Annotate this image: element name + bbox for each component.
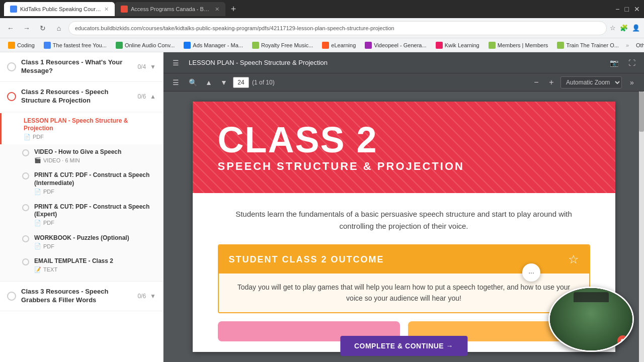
bookmark-royalty[interactable]: Royalty Free Music...	[248, 41, 317, 50]
minimize-btn[interactable]: −	[615, 5, 619, 13]
refresh-button[interactable]: ↻	[36, 22, 49, 35]
bookmark-fastest[interactable]: The fastest free You...	[40, 41, 111, 50]
active-tab[interactable]: KidTalks Public Speaking Course ✕	[4, 2, 115, 16]
video-item[interactable]: VIDEO - How to Give a Speech 🎬 VIDEO · 6…	[0, 144, 163, 168]
outcome-title: STUDENT CLASS 2 OUTCOME	[229, 254, 384, 265]
pdf-toggle-sidebar-btn[interactable]: ☰	[169, 75, 183, 89]
bookmark-ads[interactable]: Ads Manager - Ma...	[180, 41, 247, 50]
back-button[interactable]: ←	[4, 22, 17, 35]
hat-element	[574, 292, 609, 302]
maximize-btn[interactable]: □	[625, 5, 629, 13]
class2-section: Class 2 Resources - Speech Structure & P…	[0, 82, 163, 282]
bookmark-kwik[interactable]: Kwik Learning	[432, 41, 484, 50]
sidebar: Class 1 Resources - What's Your Message?…	[0, 52, 164, 362]
class1-section: Class 1 Resources - What's Your Message?…	[0, 52, 163, 82]
pdf-zoom-select[interactable]: Automatic Zoom	[560, 76, 622, 88]
outcome-text: Today you will get to play games that wi…	[229, 282, 579, 304]
bookmark-fastest-label: The fastest free You...	[53, 42, 107, 48]
home-button[interactable]: ⌂	[52, 22, 65, 35]
pdf-title: LESSON PLAN - Speech Structure & Project…	[189, 59, 603, 66]
tab2-close-btn[interactable]: ✕	[215, 6, 219, 13]
lesson-plan-item[interactable]: LESSON PLAN - Speech Structure & Project…	[0, 113, 163, 144]
main-layout: Class 1 Resources - What's Your Message?…	[0, 52, 644, 362]
class3-header[interactable]: Class 3 Resources - Speech Grabbers & Fi…	[0, 282, 163, 311]
active-tab-title: KidTalks Public Speaking Course	[20, 6, 101, 12]
pdf-next-page-btn[interactable]: ▼	[218, 76, 230, 88]
print-int-type: PDF	[43, 189, 54, 195]
pdf-page-input[interactable]: 24	[233, 77, 249, 88]
class3-section: Class 3 Resources - Speech Grabbers & Fi…	[0, 282, 163, 311]
pdf-page-total: (1 of 10)	[252, 79, 275, 86]
pdf-toolbar: ☰ LESSON PLAN - Speech Structure & Proje…	[164, 52, 644, 73]
bookmark-elearning-label: eLearning	[331, 42, 356, 48]
class2-header[interactable]: Class 2 Resources - Speech Structure & P…	[0, 82, 163, 111]
bookmark-members[interactable]: Members | Members	[485, 41, 552, 50]
pdf-more-btn[interactable]: »	[625, 75, 639, 89]
video-circle	[22, 149, 29, 156]
lesson-plan-meta: 📄 PDF	[24, 134, 156, 140]
lesson-plan-type: PDF	[33, 134, 44, 140]
bookmark-coding-label: Coding	[17, 42, 35, 48]
print-int-circle	[22, 172, 29, 179]
print-intermediate-item[interactable]: PRINT & CUT: PDF - Construct a Speech (I…	[0, 167, 163, 199]
lesson-plan-info: LESSON PLAN - Speech Structure & Project…	[24, 117, 156, 140]
complete-bar: COMPLETE & CONTINUE →	[340, 336, 467, 356]
pdf-class-title: CLASS 2	[218, 122, 590, 158]
workbook-item[interactable]: WORKBOOK - Puzzles (Optional) 📄 PDF	[0, 230, 163, 254]
tab2-favicon	[121, 6, 128, 13]
bookmark-coding[interactable]: Coding	[4, 41, 39, 50]
bookmark-audio[interactable]: Online Audio Conv...	[112, 41, 179, 50]
pdf-description: Students learn the fundamentals of a bas…	[218, 208, 590, 232]
text-icon: 📝	[34, 266, 41, 273]
bookmark-videopeel[interactable]: Videopeel - Genera...	[361, 41, 430, 50]
class1-header[interactable]: Class 1 Resources - What's Your Message?…	[0, 52, 163, 81]
pdf-icon4: 📄	[34, 243, 41, 249]
lesson-plan-title: LESSON PLAN - Speech Structure & Project…	[24, 117, 156, 133]
bookmark-star-icon[interactable]: ☆	[610, 24, 616, 32]
bookmark-elearning[interactable]: eLearning	[318, 41, 360, 50]
outcome-star-icon: ☆	[568, 252, 579, 266]
close-btn[interactable]: ✕	[634, 5, 640, 13]
email-title: EMAIL TEMPLATE - Class 2	[34, 257, 156, 265]
email-circle	[22, 258, 29, 265]
pdf-prev-page-btn[interactable]: ▲	[203, 76, 215, 88]
tab-close-btn[interactable]: ✕	[104, 6, 109, 13]
pdf-fullscreen-btn[interactable]: ⛶	[625, 56, 639, 70]
pdf-zoom-out-btn[interactable]: −	[530, 76, 542, 88]
email-template-item[interactable]: EMAIL TEMPLATE - Class 2 📝 TEXT	[0, 253, 163, 277]
print-exp-circle	[22, 204, 29, 211]
tab-favicon	[10, 6, 17, 13]
inactive-tab[interactable]: Access Programs Canada - Build... ✕	[115, 2, 225, 16]
bookmark-other[interactable]: Other bookmarks	[632, 41, 644, 49]
address-bar-icons: ☆ 🧩 👤	[610, 24, 640, 32]
pdf-content[interactable]: CLASS 2 SPEECH STRUCTURE & PROJECTION St…	[164, 92, 644, 362]
pdf-zoom-in-btn[interactable]: +	[545, 76, 557, 88]
scrollbar-thumb[interactable]	[639, 92, 644, 132]
print-expert-item[interactable]: PRINT & CUT: PDF - Construct a Speech (E…	[0, 199, 163, 230]
profile-icon[interactable]: 👤	[632, 24, 640, 32]
pdf-search-btn[interactable]: 🔍	[186, 75, 200, 89]
pdf-icon: 📄	[24, 134, 31, 140]
bookmark-videopeel-label: Videopeel - Genera...	[374, 42, 426, 48]
print-int-title: PRINT & CUT: PDF - Construct a Speech (I…	[34, 171, 156, 187]
class1-circle	[7, 62, 16, 71]
workbook-circle	[22, 235, 29, 242]
forward-button[interactable]: →	[20, 22, 33, 35]
workbook-type: PDF	[43, 243, 54, 249]
bookmarks-bar: Coding The fastest free You... Online Au…	[0, 38, 644, 52]
extensions-icon[interactable]: 🧩	[620, 24, 628, 32]
video-icon: 🎬	[34, 157, 41, 163]
video-info: VIDEO - How to Give a Speech 🎬 VIDEO · 6…	[34, 148, 156, 164]
class1-count: 0/4	[137, 63, 146, 70]
address-bar[interactable]: educators.buildbizkids.com/courses/take/…	[68, 21, 607, 35]
pdf-screenshot-btn[interactable]: 📷	[607, 56, 621, 70]
new-tab-button[interactable]: +	[227, 4, 239, 15]
video-chat-button[interactable]: ···	[522, 263, 540, 282]
print-int-meta: 📄 PDF	[34, 189, 156, 195]
url-text: educators.buildbizkids.com/courses/take/…	[75, 25, 394, 31]
video-overlay	[548, 287, 634, 352]
complete-continue-button[interactable]: COMPLETE & CONTINUE →	[340, 336, 467, 356]
bookmark-trainer[interactable]: Train The Trainer O...	[553, 41, 623, 50]
pdf-sidebar-btn[interactable]: ☰	[169, 56, 183, 70]
scrollbar-track[interactable]	[639, 92, 644, 362]
